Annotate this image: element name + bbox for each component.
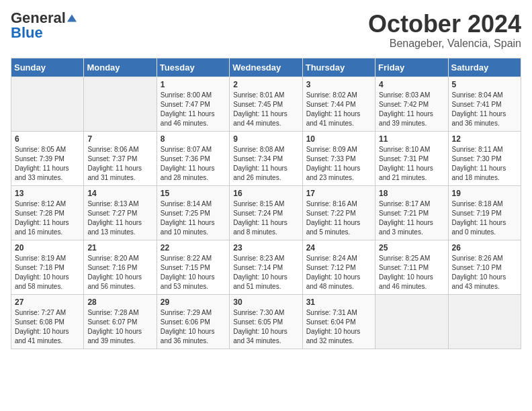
week-row-4: 20Sunrise: 8:19 AMSunset: 7:18 PMDayligh… xyxy=(11,240,521,294)
logo-general-text: General xyxy=(11,11,66,26)
day-number: 4 xyxy=(379,80,444,89)
title-block: October 2024 Benageber, Valencia, Spain xyxy=(368,11,521,50)
calendar-cell: 10Sunrise: 8:09 AMSunset: 7:33 PMDayligh… xyxy=(302,131,375,185)
calendar-cell: 4Sunrise: 8:03 AMSunset: 7:42 PMDaylight… xyxy=(375,77,448,131)
week-row-2: 6Sunrise: 8:05 AMSunset: 7:39 PMDaylight… xyxy=(11,131,521,185)
day-info: Sunrise: 8:13 AMSunset: 7:27 PMDaylight:… xyxy=(87,199,152,237)
calendar-cell xyxy=(11,77,84,131)
calendar-cell: 17Sunrise: 8:16 AMSunset: 7:22 PMDayligh… xyxy=(302,185,375,240)
day-number: 8 xyxy=(161,134,226,144)
calendar-cell xyxy=(448,294,521,349)
day-info: Sunrise: 8:24 AMSunset: 7:12 PMDaylight:… xyxy=(306,254,371,291)
day-number: 15 xyxy=(161,189,226,198)
day-info: Sunrise: 8:25 AMSunset: 7:11 PMDaylight:… xyxy=(379,254,444,291)
day-info: Sunrise: 8:20 AMSunset: 7:16 PMDaylight:… xyxy=(87,254,152,291)
day-header-monday: Monday xyxy=(84,58,157,77)
day-info: Sunrise: 8:11 AMSunset: 7:30 PMDaylight:… xyxy=(452,145,517,183)
day-info: Sunrise: 8:15 AMSunset: 7:24 PMDaylight:… xyxy=(233,199,298,237)
day-number: 23 xyxy=(233,243,298,253)
calendar-cell: 19Sunrise: 8:18 AMSunset: 7:19 PMDayligh… xyxy=(448,185,521,240)
day-number: 26 xyxy=(452,243,517,253)
day-info: Sunrise: 8:03 AMSunset: 7:42 PMDaylight:… xyxy=(379,91,444,128)
day-info: Sunrise: 7:28 AMSunset: 6:07 PMDaylight:… xyxy=(87,308,152,346)
day-number: 10 xyxy=(306,134,371,144)
calendar-cell: 24Sunrise: 8:24 AMSunset: 7:12 PMDayligh… xyxy=(302,240,375,294)
day-number: 11 xyxy=(379,134,444,144)
day-number: 25 xyxy=(379,243,444,253)
day-number: 27 xyxy=(15,298,80,307)
week-row-5: 27Sunrise: 7:27 AMSunset: 6:08 PMDayligh… xyxy=(11,294,521,349)
day-number: 19 xyxy=(452,189,517,198)
day-info: Sunrise: 8:10 AMSunset: 7:31 PMDaylight:… xyxy=(379,145,444,183)
day-info: Sunrise: 8:23 AMSunset: 7:14 PMDaylight:… xyxy=(233,254,298,291)
calendar-body: 1Sunrise: 8:00 AMSunset: 7:47 PMDaylight… xyxy=(11,77,521,349)
calendar-cell: 3Sunrise: 8:02 AMSunset: 7:44 PMDaylight… xyxy=(302,77,375,131)
calendar-cell: 29Sunrise: 7:29 AMSunset: 6:06 PMDayligh… xyxy=(157,294,229,349)
day-info: Sunrise: 8:12 AMSunset: 7:28 PMDaylight:… xyxy=(15,199,80,237)
day-header-row: SundayMondayTuesdayWednesdayThursdayFrid… xyxy=(11,58,521,77)
day-info: Sunrise: 8:16 AMSunset: 7:22 PMDaylight:… xyxy=(306,199,371,237)
day-number: 9 xyxy=(233,134,298,144)
calendar-cell: 2Sunrise: 8:01 AMSunset: 7:45 PMDaylight… xyxy=(230,77,302,131)
day-info: Sunrise: 8:26 AMSunset: 7:10 PMDaylight:… xyxy=(452,254,517,291)
day-info: Sunrise: 8:18 AMSunset: 7:19 PMDaylight:… xyxy=(452,199,517,237)
day-info: Sunrise: 8:07 AMSunset: 7:36 PMDaylight:… xyxy=(161,145,226,183)
day-info: Sunrise: 8:08 AMSunset: 7:34 PMDaylight:… xyxy=(233,145,298,183)
calendar-cell: 25Sunrise: 8:25 AMSunset: 7:11 PMDayligh… xyxy=(375,240,448,294)
day-number: 20 xyxy=(15,243,80,253)
month-title: October 2024 xyxy=(368,11,521,38)
logo-blue-text: Blue xyxy=(11,26,43,40)
calendar-cell: 7Sunrise: 8:06 AMSunset: 7:37 PMDaylight… xyxy=(84,131,157,185)
calendar-cell: 16Sunrise: 8:15 AMSunset: 7:24 PMDayligh… xyxy=(230,185,302,240)
day-info: Sunrise: 8:19 AMSunset: 7:18 PMDaylight:… xyxy=(15,254,80,291)
calendar-table: SundayMondayTuesdayWednesdayThursdayFrid… xyxy=(11,58,521,349)
calendar-cell: 27Sunrise: 7:27 AMSunset: 6:08 PMDayligh… xyxy=(11,294,84,349)
day-info: Sunrise: 8:09 AMSunset: 7:33 PMDaylight:… xyxy=(306,145,371,183)
calendar-cell xyxy=(375,294,448,349)
calendar-cell: 26Sunrise: 8:26 AMSunset: 7:10 PMDayligh… xyxy=(448,240,521,294)
day-info: Sunrise: 8:04 AMSunset: 7:41 PMDaylight:… xyxy=(452,91,517,128)
day-number: 2 xyxy=(233,80,298,89)
day-number: 21 xyxy=(87,243,152,253)
logo-icon xyxy=(67,13,77,23)
calendar-cell: 14Sunrise: 8:13 AMSunset: 7:27 PMDayligh… xyxy=(84,185,157,240)
day-info: Sunrise: 8:02 AMSunset: 7:44 PMDaylight:… xyxy=(306,91,371,128)
location-text: Benageber, Valencia, Spain xyxy=(368,38,521,50)
day-number: 18 xyxy=(379,189,444,198)
day-number: 29 xyxy=(161,298,226,307)
calendar-cell: 12Sunrise: 8:11 AMSunset: 7:30 PMDayligh… xyxy=(448,131,521,185)
day-info: Sunrise: 7:30 AMSunset: 6:05 PMDaylight:… xyxy=(233,308,298,346)
calendar-cell: 21Sunrise: 8:20 AMSunset: 7:16 PMDayligh… xyxy=(84,240,157,294)
calendar-cell: 5Sunrise: 8:04 AMSunset: 7:41 PMDaylight… xyxy=(448,77,521,131)
day-number: 12 xyxy=(452,134,517,144)
calendar-cell: 22Sunrise: 8:22 AMSunset: 7:15 PMDayligh… xyxy=(157,240,229,294)
day-number: 7 xyxy=(87,134,152,144)
calendar-cell: 15Sunrise: 8:14 AMSunset: 7:25 PMDayligh… xyxy=(157,185,229,240)
day-number: 31 xyxy=(306,298,371,307)
day-info: Sunrise: 8:22 AMSunset: 7:15 PMDaylight:… xyxy=(161,254,226,291)
day-info: Sunrise: 8:00 AMSunset: 7:47 PMDaylight:… xyxy=(161,91,226,128)
day-info: Sunrise: 8:17 AMSunset: 7:21 PMDaylight:… xyxy=(379,199,444,237)
day-info: Sunrise: 7:29 AMSunset: 6:06 PMDaylight:… xyxy=(161,308,226,346)
page-header: General Blue October 2024 Benageber, Val… xyxy=(11,11,521,50)
day-number: 14 xyxy=(87,189,152,198)
calendar-cell: 28Sunrise: 7:28 AMSunset: 6:07 PMDayligh… xyxy=(84,294,157,349)
day-number: 5 xyxy=(452,80,517,89)
calendar-cell: 9Sunrise: 8:08 AMSunset: 7:34 PMDaylight… xyxy=(230,131,302,185)
calendar-cell: 6Sunrise: 8:05 AMSunset: 7:39 PMDaylight… xyxy=(11,131,84,185)
calendar-cell: 13Sunrise: 8:12 AMSunset: 7:28 PMDayligh… xyxy=(11,185,84,240)
day-number: 30 xyxy=(233,298,298,307)
svg-marker-0 xyxy=(67,14,77,21)
calendar-cell: 8Sunrise: 8:07 AMSunset: 7:36 PMDaylight… xyxy=(157,131,229,185)
day-number: 3 xyxy=(306,80,371,89)
day-header-wednesday: Wednesday xyxy=(230,58,302,77)
week-row-1: 1Sunrise: 8:00 AMSunset: 7:47 PMDaylight… xyxy=(11,77,521,131)
day-number: 17 xyxy=(306,189,371,198)
calendar-cell: 1Sunrise: 8:00 AMSunset: 7:47 PMDaylight… xyxy=(157,77,229,131)
calendar-header: SundayMondayTuesdayWednesdayThursdayFrid… xyxy=(11,58,521,77)
day-header-thursday: Thursday xyxy=(302,58,375,77)
day-number: 1 xyxy=(161,80,226,89)
calendar-cell: 31Sunrise: 7:31 AMSunset: 6:04 PMDayligh… xyxy=(302,294,375,349)
day-info: Sunrise: 7:31 AMSunset: 6:04 PMDaylight:… xyxy=(306,308,371,346)
day-number: 13 xyxy=(15,189,80,198)
